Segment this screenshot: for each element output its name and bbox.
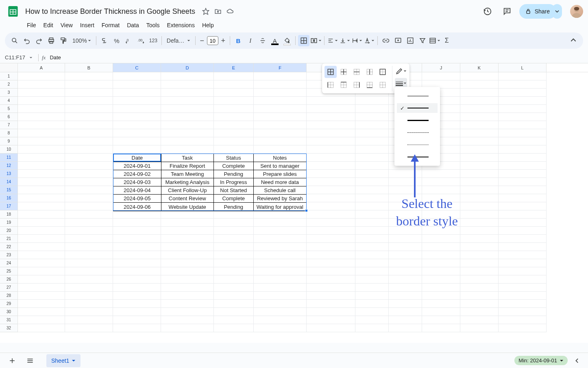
print-icon[interactable] [46, 35, 57, 46]
cell[interactable] [65, 219, 113, 227]
cell[interactable] [307, 137, 355, 145]
cell[interactable] [460, 308, 499, 316]
row-header-7[interactable]: 7 [0, 121, 18, 129]
borders-icon[interactable] [298, 35, 309, 46]
cell[interactable] [65, 300, 113, 308]
cell[interactable] [65, 251, 113, 259]
select-all-corner[interactable] [0, 63, 18, 72]
row-header-18[interactable]: 18 [0, 210, 18, 219]
cell[interactable] [460, 170, 499, 178]
cell[interactable] [422, 186, 460, 194]
cell[interactable] [254, 292, 307, 300]
cell[interactable] [307, 243, 355, 251]
cell[interactable] [214, 121, 254, 129]
cell[interactable] [499, 178, 547, 186]
border-style-dotted[interactable] [397, 140, 438, 149]
cell[interactable] [113, 113, 161, 121]
cell[interactable] [65, 194, 113, 202]
cell[interactable] [460, 267, 499, 275]
cell[interactable] [422, 235, 460, 243]
cell[interactable] [18, 292, 65, 300]
cell[interactable] [355, 145, 389, 154]
row-header-31[interactable]: 31 [0, 316, 18, 324]
cell[interactable] [499, 284, 547, 292]
cell[interactable] [499, 72, 547, 80]
bold-icon[interactable]: B [233, 35, 244, 46]
cell[interactable] [18, 210, 65, 219]
col-header-K[interactable]: K [460, 63, 499, 72]
row-header-5[interactable]: 5 [0, 105, 18, 113]
cell[interactable] [113, 145, 161, 154]
cell[interactable] [254, 105, 307, 113]
cell[interactable] [161, 145, 214, 154]
cell[interactable] [214, 243, 254, 251]
cell[interactable] [460, 292, 499, 300]
formula-bar-input[interactable]: Date [50, 54, 61, 61]
cell[interactable] [65, 235, 113, 243]
cell[interactable] [422, 300, 460, 308]
insert-link-icon[interactable] [380, 35, 392, 46]
cell[interactable] [499, 292, 547, 300]
cell[interactable] [307, 308, 355, 316]
row-header-30[interactable]: 30 [0, 308, 18, 316]
cell[interactable] [65, 154, 113, 162]
cell[interactable] [460, 154, 499, 162]
cell[interactable] [254, 316, 307, 324]
cell[interactable] [161, 227, 214, 235]
cell[interactable] [355, 275, 389, 284]
cell[interactable] [389, 267, 422, 275]
cell[interactable] [65, 97, 113, 105]
undo-icon[interactable] [21, 35, 33, 46]
cell[interactable] [65, 186, 113, 194]
row-header-17[interactable]: 17 [0, 202, 18, 210]
border-all-icon[interactable] [324, 66, 337, 78]
cell[interactable] [113, 292, 161, 300]
menu-tools[interactable]: Tools [143, 20, 163, 30]
cell[interactable] [499, 162, 547, 170]
cell[interactable] [214, 300, 254, 308]
border-style-dashed[interactable] [397, 128, 438, 137]
search-menus-icon[interactable] [9, 35, 20, 46]
redo-icon[interactable] [33, 35, 45, 46]
cell[interactable] [65, 284, 113, 292]
text-rotation-icon[interactable] [364, 35, 375, 46]
decrease-font-size[interactable]: − [198, 36, 206, 45]
cell[interactable] [18, 113, 65, 121]
cell[interactable] [355, 178, 389, 186]
cell[interactable] [18, 105, 65, 113]
cell[interactable] [389, 259, 422, 267]
menu-data[interactable]: Data [124, 20, 142, 30]
row-header-13[interactable]: 13 [0, 170, 18, 178]
table-cell[interactable]: Pending [214, 170, 254, 178]
cell[interactable] [499, 170, 547, 178]
row-header-2[interactable]: 2 [0, 80, 18, 89]
cell[interactable] [214, 324, 254, 332]
cell[interactable] [499, 202, 547, 210]
table-cell[interactable]: Prepare slides [254, 170, 306, 178]
cell[interactable] [18, 89, 65, 97]
cell[interactable] [113, 308, 161, 316]
cell[interactable] [307, 267, 355, 275]
cell[interactable] [422, 308, 460, 316]
cell[interactable] [422, 243, 460, 251]
cell[interactable] [499, 308, 547, 316]
cell[interactable] [389, 284, 422, 292]
col-header-J[interactable]: J [422, 63, 460, 72]
cell[interactable] [113, 267, 161, 275]
cell[interactable] [460, 105, 499, 113]
cell[interactable] [460, 72, 499, 80]
cell[interactable] [254, 267, 307, 275]
cell[interactable] [18, 97, 65, 105]
table-cell[interactable]: Not Started [214, 186, 254, 195]
cell[interactable] [499, 235, 547, 243]
cell[interactable] [214, 105, 254, 113]
cell[interactable] [307, 194, 355, 202]
cell[interactable] [161, 324, 214, 332]
cell[interactable] [161, 89, 214, 97]
cell[interactable] [161, 308, 214, 316]
cell[interactable] [161, 137, 214, 145]
cell[interactable] [161, 210, 214, 219]
sheets-app-icon[interactable] [5, 3, 21, 19]
border-right-icon[interactable] [351, 79, 363, 91]
row-header-4[interactable]: 4 [0, 97, 18, 105]
